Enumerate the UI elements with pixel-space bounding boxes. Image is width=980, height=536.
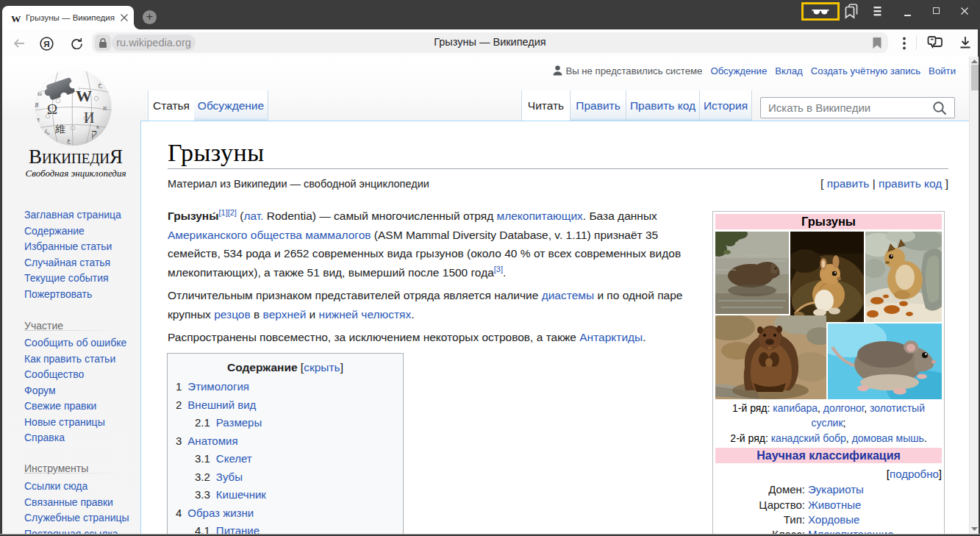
- svg-text:א: א: [103, 104, 107, 112]
- svg-text:Я: Я: [43, 40, 49, 49]
- svg-text:ส: ส: [35, 101, 39, 109]
- svg-text:維: 維: [55, 124, 65, 135]
- svg-text:র: র: [36, 116, 40, 124]
- svg-text:ん: ん: [43, 128, 50, 135]
- svg-text:ы: ы: [37, 90, 42, 97]
- svg-text:خ: خ: [98, 81, 102, 88]
- svg-text:И: И: [84, 110, 94, 126]
- svg-text:κ: κ: [96, 123, 100, 130]
- svg-text:Ω: Ω: [47, 101, 57, 117]
- svg-text:W: W: [76, 87, 92, 105]
- svg-text:ع: ع: [67, 137, 71, 144]
